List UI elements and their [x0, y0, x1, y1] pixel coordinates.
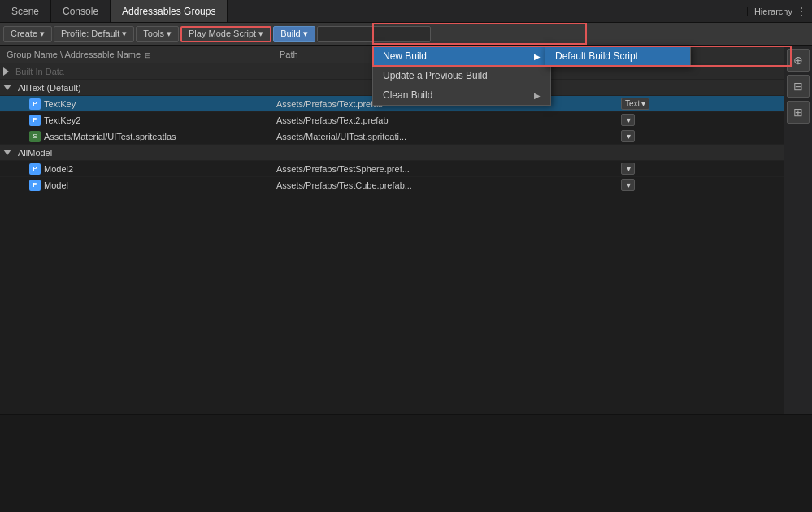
spriteatlas-label-dropdown[interactable]: ▾ — [621, 130, 635, 142]
prefab-icon-textkey: P — [29, 98, 41, 110]
spriteatlas-name: S Assets/Material/UITest.spriteatlas — [3, 131, 276, 142]
prefab-icon-model: P — [29, 180, 41, 191]
tab-addressables[interactable]: Addressables Groups — [111, 0, 228, 22]
col-group-name-header: Group Name \ Addressable Name ⊟ — [3, 50, 280, 59]
hierarchy-dots-icon: ⋮ — [796, 5, 807, 18]
search-input[interactable] — [317, 26, 431, 42]
builtin-group-name: Built In Data — [3, 67, 276, 76]
profile-label: Profile: Default ▾ — [61, 28, 127, 39]
prefab-icon-model2: P — [29, 163, 41, 175]
dropdown-arrow-icon5: ▾ — [627, 180, 631, 189]
textkey-label-dropdown[interactable]: Text ▾ — [621, 98, 649, 110]
new-build-submenu: Default Build Script — [545, 46, 691, 67]
allmodel-group-name: AllModel — [3, 148, 276, 158]
sort-icon: ⊟ — [145, 51, 151, 59]
tab-scene[interactable]: Scene — [0, 0, 51, 22]
textkey2-label-dropdown[interactable]: ▾ — [621, 114, 635, 126]
bottom-area — [0, 414, 812, 512]
item-row-model[interactable]: P Model Assets/Prefabs/TestCube.prefab..… — [0, 177, 784, 193]
play-mode-button[interactable]: Play Mode Script ▾ — [180, 26, 271, 42]
create-button[interactable]: Create ▾ — [3, 26, 52, 42]
dropdown-arrow-icon3: ▾ — [627, 132, 631, 141]
dropdown-item-clean[interactable]: Clean Build ▶ — [373, 85, 550, 105]
textkey-labels: Text ▾ — [621, 98, 784, 110]
model2-path: Assets/Prefabs/TestSphere.pref... — [276, 164, 621, 174]
tab-addressables-label: Addressables Groups — [122, 6, 215, 17]
table-body: Built In Data AllText (Default) P TextKe… — [0, 63, 784, 414]
chevron-right-icon: ▶ — [534, 52, 541, 61]
tab-console[interactable]: Console — [51, 0, 111, 22]
build-dropdown-menu: New Build ▶ Update a Previous Build Clea… — [372, 46, 551, 106]
item-row-spriteatlas[interactable]: S Assets/Material/UITest.spriteatlas Ass… — [0, 128, 784, 145]
alltext-group-name: AllText (Default) — [3, 83, 276, 93]
clean-label: Clean Build — [383, 89, 432, 101]
item-row-textkey2[interactable]: P TextKey2 Assets/Prefabs/Text2.prefab ▾ — [0, 112, 784, 128]
textkey2-path: Assets/Prefabs/Text2.prefab — [276, 115, 621, 125]
submenu-item-default-build[interactable]: Default Build Script — [545, 46, 690, 66]
chevron-right-icon2: ▶ — [534, 91, 541, 100]
expand-icon-alltext — [3, 85, 11, 90]
col-group-label: Group Name \ Addressable Name — [7, 50, 141, 59]
right-btn-3[interactable]: ⊞ — [787, 101, 810, 124]
model-path: Assets/Prefabs/TestCube.prefab... — [276, 180, 621, 190]
default-build-label: Default Build Script — [555, 50, 638, 62]
dropdown-arrow-icon: ▾ — [641, 99, 645, 108]
textkey-name: P TextKey — [3, 98, 276, 110]
sprite-icon-spriteatlas: S — [29, 131, 41, 142]
model-name: P Model — [3, 180, 276, 191]
textkey2-name: P TextKey2 — [3, 115, 276, 126]
dropdown-item-update[interactable]: Update a Previous Build — [373, 66, 550, 85]
toolbar: Create ▾ Profile: Default ▾ Tools ▾ Play… — [0, 23, 812, 46]
right-btn-2[interactable]: ⊟ — [787, 75, 810, 98]
hierarchy-title: Hierarchy — [747, 7, 792, 16]
right-btn-1[interactable]: ⊕ — [787, 49, 810, 72]
textkey2-labels: ▾ — [621, 114, 784, 126]
tab-scene-label: Scene — [11, 6, 39, 17]
tools-label: Tools ▾ — [143, 28, 172, 39]
profile-button[interactable]: Profile: Default ▾ — [54, 26, 134, 42]
model-label-dropdown[interactable]: ▾ — [621, 179, 635, 191]
new-build-label: New Build — [383, 50, 427, 62]
item-row-model2[interactable]: P Model2 Assets/Prefabs/TestSphere.pref.… — [0, 161, 784, 177]
tab-console-label: Console — [63, 6, 98, 17]
build-button[interactable]: Build ▾ — [273, 26, 315, 42]
group-row-allmodel[interactable]: AllModel — [0, 145, 784, 161]
create-label: Create ▾ — [11, 28, 45, 39]
model2-label-dropdown[interactable]: ▾ — [621, 163, 635, 175]
right-panel: ⊕ ⊟ ⊞ — [784, 46, 812, 414]
dropdown-item-new-build[interactable]: New Build ▶ — [373, 46, 550, 66]
dropdown-arrow-icon4: ▾ — [627, 164, 631, 173]
tab-bar: Scene Console Addressables Groups Hierar… — [0, 0, 812, 23]
dropdown-arrow-icon2: ▾ — [627, 115, 631, 124]
update-label: Update a Previous Build — [383, 70, 488, 81]
build-label: Build ▾ — [280, 28, 308, 39]
prefab-icon-textkey2: P — [29, 115, 41, 126]
model-labels: ▾ — [621, 179, 784, 191]
collapse-icon-builtin — [3, 67, 9, 76]
model2-labels: ▾ — [621, 163, 784, 175]
tools-button[interactable]: Tools ▾ — [136, 26, 179, 42]
spriteatlas-path: Assets/Material/UITest.spriteati... — [276, 132, 621, 141]
col-path-label: Path — [280, 50, 298, 59]
play-mode-label: Play Mode Script ▾ — [189, 28, 263, 39]
expand-icon-allmodel — [3, 150, 11, 155]
spriteatlas-labels: ▾ — [621, 130, 784, 142]
model2-name: P Model2 — [3, 163, 276, 175]
